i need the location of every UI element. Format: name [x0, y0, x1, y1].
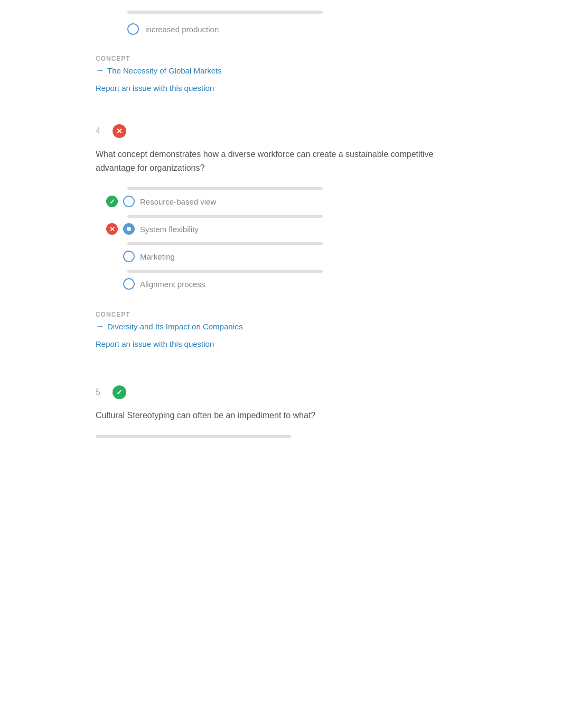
x-icon: ✕ — [116, 127, 123, 135]
option-text-3: Marketing — [140, 252, 175, 261]
question-5-header: 5 ✓ — [96, 385, 465, 399]
result-correct-icon-1: ✓ — [106, 196, 118, 207]
check-icon-1: ✓ — [109, 198, 115, 206]
concept-link-1[interactable]: → The Necessity of Global Markets — [96, 66, 465, 75]
concept-link-2[interactable]: → Diversity and Its Impact on Companies — [96, 321, 465, 331]
question-4-status-icon: ✕ — [113, 124, 126, 138]
option-bar-5-bottom — [96, 435, 291, 438]
option-row-3: Marketing — [123, 245, 465, 268]
radio-option-3[interactable] — [123, 251, 135, 262]
question-5-text: Cultural Stereotyping can often be an im… — [96, 409, 465, 422]
radio-option-2[interactable] — [123, 223, 135, 235]
option-row-1: ✓ Resource-based view — [106, 190, 465, 213]
question-5-status-icon: ✓ — [113, 385, 126, 399]
report-link-2[interactable]: Report an issue with this question — [96, 339, 214, 348]
answer-text-increased-production: increased production — [145, 25, 219, 34]
option-item-4: Alignment process — [96, 273, 465, 295]
radio-option-1[interactable] — [123, 196, 135, 207]
option-row-2: ✕ System flexibility — [106, 218, 465, 240]
option-text-2: System flexibility — [140, 225, 199, 234]
question-5-section: 5 ✓ Cultural Stereotyping can often be a… — [96, 380, 465, 438]
concept-section-1: CONCEPT → The Necessity of Global Market… — [96, 55, 465, 108]
page-container: increased production CONCEPT → The Neces… — [74, 0, 487, 459]
concept-link-text-2: Diversity and Its Impact on Companies — [107, 322, 243, 331]
option-text-4: Alignment process — [140, 280, 205, 289]
concept-label-2: CONCEPT — [96, 311, 465, 318]
question-5-number: 5 — [96, 388, 106, 397]
option-item-1: ✓ Resource-based view — [96, 187, 465, 213]
question-4-text: What concept demonstrates how a diverse … — [96, 148, 465, 174]
arrow-icon-1: → — [96, 66, 104, 75]
x-icon-2: ✕ — [109, 225, 115, 233]
question-4-number: 4 — [96, 126, 106, 136]
question-4-header: 4 ✕ — [96, 124, 465, 138]
radio-increased-production[interactable] — [127, 23, 139, 35]
radio-option-4[interactable] — [123, 278, 135, 290]
option-item-3: Marketing — [96, 245, 465, 268]
option-text-1: Resource-based view — [140, 197, 216, 206]
report-link-1[interactable]: Report an issue with this question — [96, 84, 214, 93]
concept-section-2: CONCEPT → Diversity and Its Impact on Co… — [96, 311, 465, 364]
answer-bar-top — [127, 11, 323, 14]
option-item-2: ✕ System flexibility — [96, 218, 465, 240]
question-4-options: ✓ Resource-based view ✕ System flexibili… — [96, 187, 465, 295]
concept-label-1: CONCEPT — [96, 55, 465, 62]
check-icon-5: ✓ — [116, 388, 123, 397]
concept-link-text-1: The Necessity of Global Markets — [107, 66, 222, 75]
question-4-section: 4 ✕ What concept demonstrates how a dive… — [96, 119, 465, 295]
result-wrong-icon-2: ✕ — [106, 223, 118, 235]
answer-row-increased-production: increased production — [127, 19, 465, 39]
top-answer-section: increased production — [96, 11, 465, 39]
arrow-icon-2: → — [96, 321, 104, 331]
option-row-4: Alignment process — [123, 273, 465, 295]
